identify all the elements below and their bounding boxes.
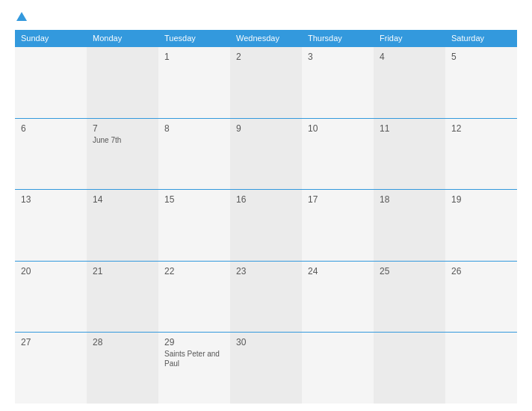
calendar-cell [302, 333, 374, 404]
calendar-cell: 20 [15, 261, 87, 333]
calendar-cell: 18 [374, 190, 445, 262]
day-number: 22 [164, 266, 224, 276]
calendar-cell: 23 [230, 261, 302, 333]
calendar-cell: 6 [15, 118, 87, 190]
calendar-cell: 21 [87, 261, 158, 333]
weekday-header-wednesday: Wednesday [230, 30, 302, 47]
day-number: 18 [380, 194, 439, 205]
calendar-cell: 9 [230, 118, 302, 190]
calendar-cell: 11 [374, 118, 445, 190]
calendar-cell: 13 [15, 190, 87, 262]
calendar-cell: 19 [445, 190, 517, 262]
calendar-cell: 26 [445, 261, 517, 333]
day-number: 17 [308, 194, 368, 205]
day-number: 9 [236, 123, 296, 134]
calendar-cell: 5 [445, 47, 517, 119]
day-number: 1 [164, 52, 224, 62]
logo-text [15, 12, 27, 22]
day-number: 26 [451, 266, 511, 276]
week-row-4: 20212223242526 [15, 261, 517, 333]
weekday-header-monday: Monday [87, 30, 158, 47]
day-number: 20 [21, 266, 81, 276]
calendar-cell: 1 [158, 47, 230, 119]
calendar-cell: 15 [158, 190, 230, 262]
day-number: 6 [21, 123, 81, 134]
day-number: 11 [380, 123, 439, 134]
day-number: 23 [236, 266, 296, 276]
day-number: 15 [164, 194, 224, 205]
day-number: 2 [236, 52, 296, 62]
day-number: 21 [93, 266, 152, 276]
weekday-header-row: SundayMondayTuesdayWednesdayThursdayFrid… [15, 30, 517, 47]
logo-row1 [15, 12, 27, 22]
day-number: 14 [93, 194, 152, 205]
day-number: 13 [21, 194, 81, 205]
week-row-5: 272829Saints Peter and Paul30 [15, 333, 517, 404]
calendar-cell [87, 47, 158, 119]
calendar-cell: 10 [302, 118, 374, 190]
calendar-cell: 28 [87, 333, 158, 404]
day-number: 4 [380, 52, 439, 62]
weekday-header-tuesday: Tuesday [158, 30, 230, 47]
event-label: Saints Peter and Paul [164, 349, 224, 368]
header [15, 12, 517, 22]
day-number: 24 [308, 266, 368, 276]
calendar-cell: 27 [15, 333, 87, 404]
day-number: 30 [236, 337, 296, 347]
day-number: 28 [93, 337, 152, 347]
calendar-cell: 22 [158, 261, 230, 333]
weekday-header-friday: Friday [374, 30, 445, 47]
day-number: 19 [451, 194, 511, 205]
day-number: 12 [451, 123, 511, 134]
calendar-cell: 7June 7th [87, 118, 158, 190]
calendar-cell: 8 [158, 118, 230, 190]
calendar-cell: 25 [374, 261, 445, 333]
calendar-cell: 24 [302, 261, 374, 333]
weekday-header-thursday: Thursday [302, 30, 374, 47]
calendar-cell: 2 [230, 47, 302, 119]
logo-triangle-icon [16, 12, 27, 21]
calendar-cell [445, 333, 517, 404]
weekday-header-sunday: Sunday [15, 30, 87, 47]
logo [15, 12, 27, 22]
day-number: 3 [308, 52, 368, 62]
day-number: 8 [164, 123, 224, 134]
calendar-cell: 17 [302, 190, 374, 262]
day-number: 25 [380, 266, 439, 276]
calendar-cell: 3 [302, 47, 374, 119]
week-row-3: 13141516171819 [15, 190, 517, 262]
calendar-cell: 30 [230, 333, 302, 404]
day-number: 27 [21, 337, 81, 347]
calendar-cell: 16 [230, 190, 302, 262]
day-number: 7 [93, 123, 152, 134]
calendar-cell: 14 [87, 190, 158, 262]
weekday-header-saturday: Saturday [445, 30, 517, 47]
calendar-cell: 29Saints Peter and Paul [158, 333, 230, 404]
calendar-cell [374, 333, 445, 404]
calendar-cell [15, 47, 87, 119]
day-number: 16 [236, 194, 296, 205]
calendar-cell: 4 [374, 47, 445, 119]
calendar-cell: 12 [445, 118, 517, 190]
event-label: June 7th [93, 135, 152, 145]
day-number: 5 [451, 52, 511, 62]
calendar-table: SundayMondayTuesdayWednesdayThursdayFrid… [15, 30, 517, 404]
calendar-page: SundayMondayTuesdayWednesdayThursdayFrid… [0, 0, 532, 411]
week-row-1: 12345 [15, 47, 517, 119]
week-row-2: 67June 7th89101112 [15, 118, 517, 190]
day-number: 29 [164, 337, 224, 347]
day-number: 10 [308, 123, 368, 134]
